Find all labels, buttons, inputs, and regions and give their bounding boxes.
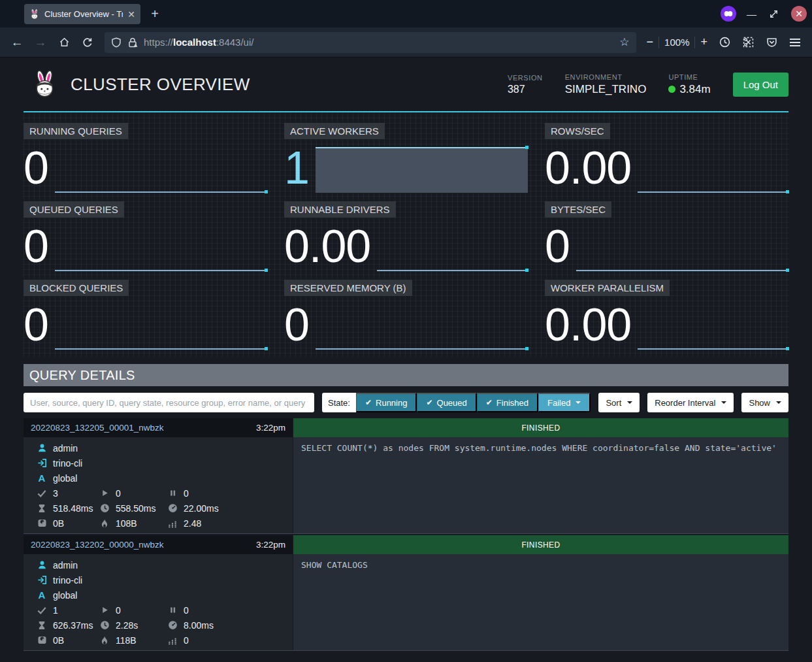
cpu-time-icon (167, 503, 178, 513)
reorder-interval-dropdown[interactable]: Reorder Interval (647, 393, 734, 412)
cumulative-memory: 118B (116, 635, 137, 646)
resource-group-icon: A (37, 589, 47, 601)
cpu-time-icon (167, 620, 178, 630)
queued-time-icon (37, 621, 47, 630)
queued-splits-icon (167, 606, 178, 614)
query-filter-toolbar: State: ✔Running ✔Queued ✔Finished Failed… (24, 393, 788, 412)
filter-finished-button[interactable]: ✔Finished (477, 393, 538, 412)
current-memory-icon (37, 635, 47, 645)
cumulative-memory: 108B (116, 518, 137, 529)
completed-splits: 3 (53, 488, 58, 499)
cpu-time: 22.00ms (184, 503, 219, 514)
menu-hamburger-icon[interactable] (785, 32, 805, 53)
pocket-icon[interactable] (761, 32, 782, 53)
reload-button[interactable] (77, 32, 98, 53)
current-memory: 0B (53, 518, 64, 529)
queued-splits: 0 (184, 605, 189, 616)
stat-value: 0 (284, 300, 309, 350)
cumulative-memory-icon (99, 636, 110, 645)
query-sql-text: SHOW CATALOGS (301, 560, 781, 570)
stat-value: 0 (24, 143, 48, 193)
zoom-level[interactable]: 100% (664, 37, 689, 48)
page-title: CLUSTER OVERVIEW (71, 74, 508, 95)
stat-value: 1 (284, 143, 309, 193)
shield-icon[interactable] (111, 37, 122, 48)
query-time: 3:22pm (256, 423, 285, 433)
history-clock-icon[interactable] (714, 32, 735, 53)
forward-button[interactable]: → (30, 32, 51, 53)
cluster-stats-section: RUNNING QUERIES 0 ACTIVE WORKERS 1 ROWS/… (24, 112, 788, 357)
stat-label: BYTES/SEC (545, 201, 611, 218)
state-filter-group: State: ✔Running ✔Queued ✔Finished Failed (322, 393, 591, 412)
sort-dropdown[interactable]: Sort (598, 393, 640, 412)
running-splits-icon (99, 606, 110, 614)
url-bar[interactable]: https://localhost:8443/ui/ ☆ (105, 32, 636, 53)
screenshot-scissors-icon[interactable] (738, 32, 758, 53)
state-label: State: (322, 393, 356, 412)
version-label: VERSION (508, 74, 543, 82)
elapsed-time: 2.28s (116, 620, 138, 631)
query-source: trino-cli (53, 458, 82, 469)
stat-panel-queued-queries: QUEUED QUERIES 0 (24, 201, 267, 271)
elapsed-time-icon (99, 503, 110, 513)
stat-panel-blocked-queries: BLOCKED QUERIES 0 (24, 280, 267, 350)
zoom-in-button[interactable]: + (700, 35, 707, 49)
environment-value: SIMPLE_TRINO (565, 83, 647, 96)
completed-splits: 1 (53, 605, 58, 616)
chevron-down-icon (721, 401, 726, 404)
current-memory: 0B (53, 635, 64, 646)
browser-tab[interactable]: Cluster Overview - Trino ✕ (24, 4, 140, 24)
trino-bunny-logo (31, 71, 59, 98)
window-close-button[interactable]: ✕ (791, 6, 807, 22)
version-block: VERSION 387 (508, 74, 543, 95)
trino-favicon (29, 9, 40, 20)
bookmark-star-icon[interactable]: ☆ (619, 35, 629, 49)
lock-warning-icon[interactable] (127, 37, 138, 48)
show-dropdown[interactable]: Show (741, 393, 788, 412)
query-id-link[interactable]: 20220823_132205_00001_nwbzk (31, 423, 256, 433)
sparkline (377, 225, 528, 271)
sparkline (576, 225, 788, 271)
query-time: 3:22pm (256, 540, 285, 550)
query-row: 20220823_132205_00001_nwbzk 3:22pm FINIS… (24, 418, 788, 534)
sparkline (55, 147, 267, 193)
parallelism-icon (167, 636, 178, 645)
stat-panel-worker-parallelism: WORKER PARALLELISM 0.00 (545, 280, 788, 350)
query-details-header: QUERY DETAILS (24, 364, 788, 386)
tab-title: Cluster Overview - Trino (44, 9, 123, 19)
private-browsing-icon (721, 6, 736, 22)
search-input[interactable] (24, 393, 314, 412)
filter-queued-button[interactable]: ✔Queued (417, 393, 476, 412)
query-source: trino-cli (53, 575, 82, 586)
tab-close-icon[interactable]: ✕ (127, 9, 135, 20)
logout-button[interactable]: Log Out (733, 73, 788, 97)
stat-panel-reserved-memory: RESERVED MEMORY (B) 0 (284, 280, 528, 350)
query-user: admin (53, 560, 78, 571)
query-id-link[interactable]: 20220823_132202_00000_nwbzk (31, 540, 256, 550)
stat-label: QUEUED QUERIES (24, 201, 124, 218)
stat-label: RUNNING QUERIES (24, 123, 128, 139)
filter-failed-dropdown[interactable]: Failed (538, 393, 591, 412)
new-tab-button[interactable]: + (146, 5, 163, 22)
query-status-badge: FINISHED (293, 418, 788, 437)
home-button[interactable] (54, 32, 74, 53)
queued-time: 626.37ms (53, 620, 93, 631)
uptime-status-dot (668, 86, 675, 93)
url-text[interactable]: https://localhost:8443/ui/ (144, 37, 613, 48)
stat-panel-runnable-drivers: RUNNABLE DRIVERS 0.00 (284, 201, 528, 271)
window-minimize-button[interactable]: — (747, 8, 758, 20)
filter-running-button[interactable]: ✔Running (356, 393, 417, 412)
parallelism: 2.48 (184, 518, 201, 529)
user-icon (37, 560, 47, 570)
zoom-out-button[interactable]: − (647, 35, 654, 49)
back-button[interactable]: ← (7, 32, 27, 53)
elapsed-time: 558.50ms (116, 503, 155, 514)
running-splits: 0 (116, 605, 121, 616)
window-maximize-button[interactable] (769, 9, 781, 19)
sparkline (638, 304, 788, 350)
stat-value: 0.00 (545, 143, 631, 193)
stat-label: RESERVED MEMORY (B) (284, 280, 412, 296)
stat-value: 0.00 (545, 300, 631, 350)
sparkline (55, 225, 267, 271)
stat-value: 0 (24, 300, 48, 350)
